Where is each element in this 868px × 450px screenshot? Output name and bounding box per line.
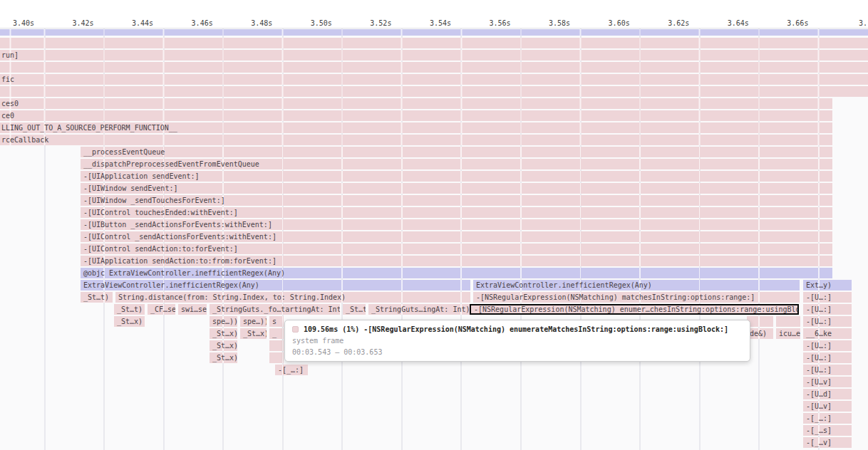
flame-bar[interactable]: run] [0,50,868,61]
flame-bar[interactable]: fic [0,74,868,85]
flame-bar[interactable]: -[UIButton _sendActionsForEvents:withEve… [81,219,832,230]
flame-bar[interactable]: -[U…v] [803,377,852,387]
flame-bar[interactable]: -[_…s] [803,425,852,436]
ruler-tick-label: 3.44s [110,19,153,27]
flame-bar[interactable]: _ [269,328,284,339]
flame-bar[interactable]: icu…e&) [776,328,800,339]
flame-bar-selected[interactable]: -[NSRegularExpression(NSMatching) enumer… [470,304,799,315]
ruler-tick-label: 3.54s [408,19,451,27]
flame-bar[interactable]: de&) [747,328,773,339]
flame-bar[interactable]: ce0 [0,110,832,121]
ruler-tick-label: 3.64s [706,19,749,27]
flame-bar[interactable]: -[U…:] [803,304,852,315]
flame-bar[interactable] [776,316,800,327]
flame-bar[interactable]: _St…x) [210,340,237,351]
flame-bar[interactable] [747,316,773,327]
flame-bar[interactable]: -[U…:] [803,292,852,303]
tooltip-time-range: 00:03.543 — 00:03.653 [292,348,743,356]
flame-bar[interactable]: LLING_OUT_TO_A_SOURCE0_PERFORM_FUNCTION_… [0,122,832,133]
flame-bar[interactable]: __dispatchPreprocessedEventFromEventQueu… [81,159,832,169]
flame-bar[interactable]: _St…x) [114,316,145,327]
ruler-tick-label: 3.48s [229,19,272,27]
flame-bar[interactable]: -[U…:] [803,365,852,375]
flame-bar[interactable]: swi…se [178,304,207,315]
ruler-tick-label: 3.46s [170,19,213,27]
frame-tooltip: 109.56ms (1%) -[NSRegularExpression(NSMa… [284,320,750,362]
tooltip-frame-kind: system frame [292,337,743,345]
flame-bar[interactable]: _St…t) [114,304,145,315]
ruler-tick-label: 3.56s [468,19,511,27]
flame-bar[interactable]: _St…x) [240,328,267,339]
ruler-tick-label: 3.42s [51,19,94,27]
flame-bar[interactable]: -[UIWindow _sendTouchesForEvent:] [81,195,832,206]
flame-bar[interactable]: -[_…:] [275,365,308,375]
flame-bar[interactable] [0,86,868,97]
ruler-tick-label: 3.58s [527,19,570,27]
flame-bar[interactable]: ExtraViewController.inefficientRegex(Any… [81,280,470,291]
flame-bar[interactable]: spe…)) [240,316,267,327]
flame-bar[interactable]: __6…ke [803,328,852,339]
flame-bar[interactable]: @objc ExtraViewController.inefficientReg… [81,268,832,278]
flame-bar[interactable]: _St…x) [210,352,237,363]
ruler-tick-label: 3.40s [0,19,34,27]
flame-bar[interactable]: -[NSRegularExpression(NSMatching) matche… [473,292,800,303]
flame-bar[interactable]: -[UIApplication sendAction:to:from:forEv… [81,256,832,266]
flame-bar[interactable]: Ext…y) [803,280,852,291]
flame-bar[interactable]: _StringGuts._fo…tartingAt: Int) [210,304,340,315]
flame-bar[interactable]: _CF…se [148,304,175,315]
flame-bar[interactable] [269,340,284,351]
flame-bar[interactable]: __processEventQueue [81,147,832,157]
flame-bar[interactable]: rceCallback [0,135,832,145]
flame-bar[interactable]: -[UIControl sendAction:to:forEvent:] [81,244,832,254]
flame-bar[interactable]: _StringGuts…ingAt: Int) [368,304,470,315]
flame-chart: 3. 3.40s3.42s3.44s3.46s3.48s3.50s3.52s3.… [0,0,868,450]
flame-bar[interactable]: -[U…:] [803,316,852,327]
ruler-tick-label-partial: 3. [859,19,868,27]
flame-bar[interactable] [0,29,868,36]
flame-bar[interactable]: ces0 [0,98,832,109]
flame-bar[interactable]: -[U…v] [803,401,852,412]
flame-bar[interactable] [269,352,284,363]
ruler-tick-label: 3.62s [646,19,689,27]
flame-bar[interactable]: -[UIControl _sendActionsForEvents:withEv… [81,231,832,242]
flame-bar[interactable]: -[U…d] [803,389,852,399]
ruler-tick-label: 3.60s [587,19,630,27]
flame-bar[interactable]: -[UIApplication sendEvent:] [81,171,832,182]
flame-bar[interactable]: -[UIControl touchesEnded:withEvent:] [81,207,832,218]
flame-bar[interactable]: -[U…:] [803,340,852,351]
flame-bar[interactable]: s [269,316,284,327]
flame-bar[interactable]: ExtraViewController.inefficientRegex(Any… [473,280,800,291]
flame-bar[interactable]: -[_…v] [803,437,852,448]
tooltip-title: 109.56ms (1%) -[NSRegularExpression(NSMa… [304,325,728,333]
time-ruler: 3. 3.40s3.42s3.44s3.46s3.48s3.50s3.52s3.… [0,0,868,28]
flame-bar[interactable]: -[U…:] [803,352,852,363]
flame-bar[interactable]: -[UIWindow sendEvent:] [81,183,832,194]
flame-bar[interactable] [0,62,868,73]
flame-bar[interactable] [0,38,868,48]
flame-bar[interactable]: _St…t) [81,292,113,303]
tooltip-color-swatch-icon [292,326,299,333]
flame-bar[interactable]: String.distance(from: String.Index, to: … [115,292,470,303]
ruler-tick-label: 3.52s [348,19,391,27]
flame-bar[interactable]: spe…)) [210,316,237,327]
ruler-tick-label: 3.50s [289,19,332,27]
flame-bar[interactable]: _St…t) [343,304,366,315]
flame-bar[interactable]: _St…x) [210,328,237,339]
ruler-tick-label: 3.66s [765,19,808,27]
flame-bar[interactable]: -[_…:] [803,413,852,424]
